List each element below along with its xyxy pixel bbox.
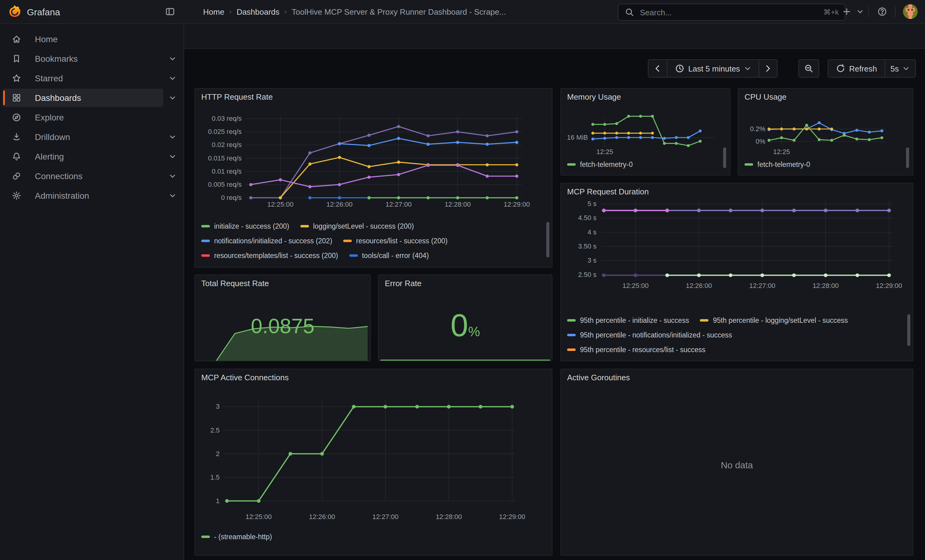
legend-row: 95th percentile - resources/list - succe…	[567, 342, 905, 357]
legend-item[interactable]: 95th percentile - logging/setLevel - suc…	[700, 317, 848, 324]
panel-title[interactable]: Memory Usage	[561, 89, 730, 102]
legend-color-pill	[201, 225, 210, 227]
sidebar-item-drilldown[interactable]: Drilldown	[3, 128, 163, 146]
time-back-button[interactable]	[648, 60, 667, 77]
legend-label: logging/setLevel - success (200)	[313, 222, 414, 230]
help-icon[interactable]	[874, 3, 891, 20]
legend-item[interactable]: fetch-telemetry-0	[744, 161, 810, 168]
panel-title[interactable]: HTTP Request Rate	[195, 89, 552, 102]
legend-item[interactable]: 95th percentile - notifications/initiali…	[567, 331, 732, 339]
legend-label: resources/list - success (200)	[356, 237, 447, 245]
add-new-button[interactable]	[838, 3, 855, 20]
svg-text:0.01 req/s: 0.01 req/s	[212, 168, 242, 175]
panel-mcp-active-connections: MCP Active Connections32.521.5112:25:001…	[194, 369, 553, 556]
chevron-down-icon[interactable]	[168, 74, 178, 83]
legend-item[interactable]: unknown - success (200)	[402, 267, 493, 268]
svg-text:2: 2	[216, 450, 220, 458]
svg-text:4 s: 4 s	[588, 228, 597, 236]
svg-text:1.5: 1.5	[210, 473, 220, 481]
legend-item[interactable]: tools/call - success (200)	[201, 267, 292, 268]
panel-mcp-request-duration: MCP Request Duration5 s4.50 s4 s3.50 s3 …	[560, 183, 913, 361]
sidebar-item-label: Administration	[35, 191, 89, 201]
legend-label: 95th percentile - logging/setLevel - suc…	[713, 317, 848, 324]
legend-label: notifications/initialized - success (202…	[214, 237, 332, 245]
avatar[interactable]	[903, 4, 917, 19]
legend-item[interactable]: fetch-telemetry-0	[567, 161, 633, 168]
search-input[interactable]	[639, 7, 819, 17]
chevron-down-icon[interactable]	[168, 171, 178, 181]
panel-title[interactable]: Active Goroutines	[561, 369, 913, 382]
sidebar: Home Bookmarks Starred Dashboards Explor…	[0, 23, 184, 560]
sidebar-item-home[interactable]: Home	[3, 30, 163, 48]
panel-error-rate: 0%Error Rate	[378, 275, 553, 361]
legend-item[interactable]: 95th percentile - resources/list - succe…	[567, 346, 705, 353]
sidebar-item-label: Dashboards	[35, 93, 81, 103]
sidebar-item-explore[interactable]: Explore	[3, 108, 163, 126]
time-range-picker[interactable]: Last 5 minutes	[667, 60, 758, 77]
legend-item[interactable]: - (streamable-http)	[201, 533, 272, 540]
legend-item[interactable]: 95th percentile - initialize - success	[567, 317, 689, 324]
panel-cpu-usage: CPU Usage0.2%0%12:25 fetch-telemetry-0	[738, 88, 913, 176]
chart-plot[interactable]: 32.521.5112:25:0012:26:0012:27:0012:28:0…	[195, 369, 553, 556]
sidebar-item-dashboards[interactable]: Dashboards	[3, 89, 163, 107]
time-forward-button[interactable]	[758, 60, 777, 77]
legend-row: fetch-telemetry-0	[567, 157, 723, 172]
chevron-down-icon[interactable]	[168, 191, 178, 201]
legend-row: 95th percentile - resources/templates/li…	[567, 357, 905, 361]
svg-text:12:25: 12:25	[596, 148, 613, 156]
sidebar-item-administration[interactable]: Administration	[3, 186, 163, 205]
legend: 95th percentile - initialize - success 9…	[567, 313, 905, 361]
panel-title[interactable]: MCP Request Duration	[561, 183, 913, 196]
breadcrumb-item[interactable]: Dashboards	[237, 7, 279, 16]
svg-text:4.50 s: 4.50 s	[578, 214, 597, 222]
breadcrumb-item[interactable]: Home	[203, 7, 224, 16]
legend-scrollbar[interactable]	[546, 222, 549, 257]
breadcrumb-item: ToolHive MCP Server & Proxy Runner Dashb…	[292, 7, 506, 16]
legend-scrollbar[interactable]	[907, 314, 910, 346]
sidebar-item-label: Explore	[35, 113, 64, 122]
refresh-interval-picker[interactable]: 5s	[884, 60, 915, 77]
svg-text:0.03 req/s: 0.03 req/s	[212, 115, 242, 122]
chevron-down-icon[interactable]	[168, 93, 178, 103]
legend-item[interactable]: resources/list - success (200)	[343, 237, 447, 245]
panel-title[interactable]: Total Request Rate	[195, 275, 275, 288]
panel-title[interactable]: CPU Usage	[738, 89, 913, 102]
search-box[interactable]: ⌘+k	[618, 4, 845, 21]
legend-row: resources/templates/list - success (200)…	[201, 248, 544, 263]
svg-text:12:29:00: 12:29:00	[504, 201, 530, 208]
chevron-down-icon[interactable]	[168, 132, 178, 142]
sidebar-item-alerting[interactable]: Alerting	[3, 147, 163, 166]
legend-item[interactable]: resources/templates/list - success (200)	[201, 252, 338, 259]
legend-item[interactable]: tools/list - success (200)	[303, 267, 391, 268]
legend-scrollbar[interactable]	[906, 147, 909, 168]
legend-scrollbar[interactable]	[723, 147, 726, 168]
drilldown-icon	[12, 132, 21, 142]
sidebar-item-label: Drilldown	[35, 132, 70, 142]
sidebar-item-connections[interactable]: Connections	[3, 167, 163, 185]
legend-item[interactable]: tools/call - error (404)	[349, 252, 429, 259]
chevron-down-icon[interactable]	[168, 54, 178, 64]
panel-title[interactable]: MCP Active Connections	[195, 369, 552, 382]
refresh-button[interactable]: Refresh	[829, 60, 884, 77]
sidebar-item-bookmarks[interactable]: Bookmarks	[3, 50, 163, 68]
sidebar-item-starred[interactable]: Starred	[3, 69, 163, 87]
panel-title[interactable]: Error Rate	[379, 275, 428, 288]
top-navbar: Grafana Home›Dashboards›ToolHive MCP Ser…	[0, 0, 925, 24]
sidebar-toggle-icon[interactable]	[161, 3, 179, 20]
grafana-logo-icon[interactable]	[8, 4, 22, 19]
legend-label: 95th percentile - notifications/initiali…	[580, 331, 732, 339]
legend-item[interactable]: logging/setLevel - success (200)	[300, 222, 414, 230]
svg-text:0.005 req/s: 0.005 req/s	[208, 181, 242, 188]
apps-icon	[12, 93, 21, 103]
search-icon	[625, 8, 634, 17]
svg-text:12:25:00: 12:25:00	[246, 513, 272, 521]
add-new-caret-icon[interactable]	[856, 8, 864, 15]
stat-value: 0.0875	[195, 315, 370, 336]
svg-text:12:25:00: 12:25:00	[267, 201, 294, 208]
legend-label: 95th percentile - resources/list - succe…	[580, 346, 705, 353]
legend-item[interactable]: notifications/initialized - success (202…	[201, 237, 332, 245]
zoom-out-button[interactable]	[798, 59, 819, 78]
chevron-down-icon[interactable]	[168, 152, 178, 161]
legend-item[interactable]: initialize - success (200)	[201, 222, 289, 230]
legend-item[interactable]: 95th percentile - resources/templates/li…	[567, 361, 738, 361]
